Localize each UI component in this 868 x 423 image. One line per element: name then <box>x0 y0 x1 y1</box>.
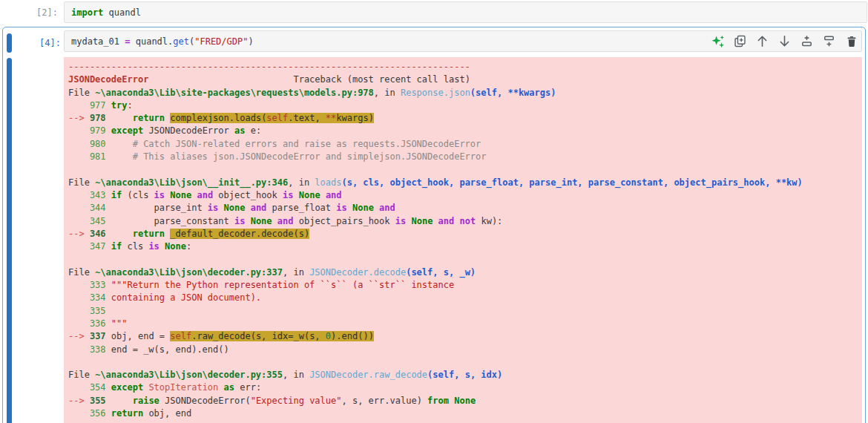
output-collapser[interactable] <box>7 58 12 423</box>
delete-cell-button[interactable] <box>843 34 860 50</box>
insert-cell-below-icon <box>822 34 836 50</box>
insert-cell-below-button[interactable] <box>821 34 838 50</box>
delete-cell-icon <box>845 35 858 50</box>
insert-cell-above-icon <box>800 34 814 50</box>
code-cell-4[interactable]: [4]: mydata_01 = quandl.get("FRED/GDP") <box>2 27 866 423</box>
ai-generate-button[interactable] <box>709 34 726 50</box>
sparkle-ai-icon <box>711 34 726 51</box>
move-cell-down-button[interactable] <box>776 34 793 50</box>
traceback-pre: ----------------------------------------… <box>64 57 862 420</box>
cell-toolbar <box>709 34 860 50</box>
cell-2-editor[interactable]: import quandl <box>64 1 867 23</box>
move-up-icon <box>755 34 769 50</box>
move-cell-up-button[interactable] <box>754 34 771 50</box>
duplicate-cell-button[interactable] <box>731 34 749 50</box>
cell-2-prompt: [2]: <box>0 7 58 18</box>
cell-2-code[interactable]: import quandl <box>65 2 867 23</box>
duplicate-cell-icon <box>733 34 747 50</box>
move-down-icon <box>777 34 792 50</box>
insert-cell-above-button[interactable] <box>798 34 815 50</box>
cell-4-prompt: [4]: <box>3 38 61 48</box>
error-output: ----------------------------------------… <box>64 57 862 423</box>
